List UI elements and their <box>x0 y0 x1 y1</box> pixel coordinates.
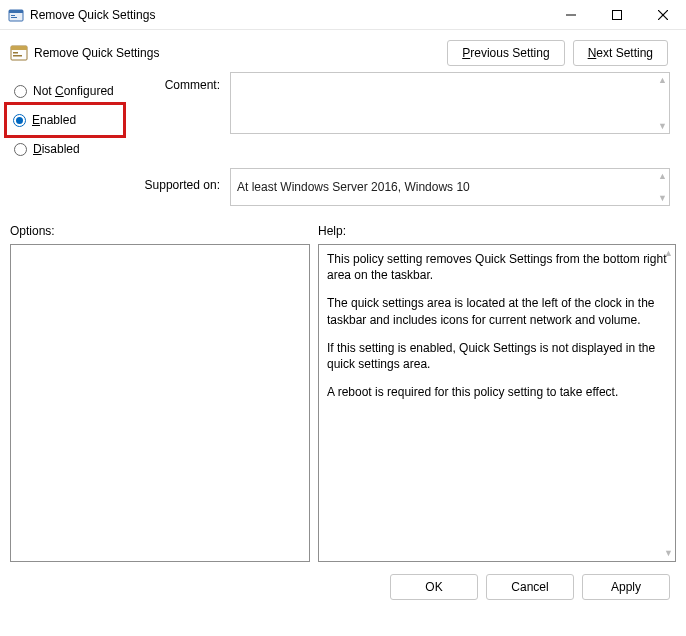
apply-button[interactable]: Apply <box>582 574 670 600</box>
radio-not-configured-input[interactable] <box>14 85 27 98</box>
options-label: Options: <box>10 224 310 238</box>
svg-rect-5 <box>613 10 622 19</box>
next-setting-button[interactable]: Next Setting <box>573 40 668 66</box>
previous-setting-button[interactable]: Previous Setting <box>447 40 564 66</box>
scroll-down-icon[interactable]: ▼ <box>658 121 667 131</box>
svg-rect-9 <box>11 46 27 50</box>
supported-on-value: At least Windows Server 2016, Windows 10 <box>237 180 470 194</box>
scroll-up-icon[interactable]: ▲ <box>658 75 667 85</box>
radio-disabled-input[interactable] <box>14 143 27 156</box>
help-text-3: If this setting is enabled, Quick Settin… <box>327 340 667 372</box>
svg-rect-2 <box>11 15 15 16</box>
policy-header: Remove Quick Settings Previous Setting N… <box>0 30 686 72</box>
supported-on-label: Supported on: <box>130 168 220 192</box>
help-label: Help: <box>318 224 676 238</box>
help-scrollbar[interactable]: ▲ ▼ <box>661 247 673 559</box>
radio-not-configured[interactable]: Not Configured <box>10 78 120 104</box>
scroll-up-icon[interactable]: ▲ <box>658 171 667 181</box>
help-pane: This policy setting removes Quick Settin… <box>318 244 676 562</box>
maximize-button[interactable] <box>594 0 640 30</box>
comment-field[interactable]: ▲ ▼ <box>230 72 670 134</box>
dialog-footer: OK Cancel Apply <box>0 562 686 600</box>
enabled-highlight: Enabled <box>4 102 126 138</box>
scroll-down-icon[interactable]: ▼ <box>664 547 673 559</box>
cancel-button[interactable]: Cancel <box>486 574 574 600</box>
scroll-down-icon[interactable]: ▼ <box>658 193 667 203</box>
minimize-button[interactable] <box>548 0 594 30</box>
svg-rect-1 <box>9 10 23 13</box>
options-pane <box>10 244 310 562</box>
radio-enabled-input[interactable] <box>13 114 26 127</box>
titlebar: Remove Quick Settings <box>0 0 686 30</box>
scroll-up-icon[interactable]: ▲ <box>664 247 673 259</box>
help-text-1: This policy setting removes Quick Settin… <box>327 251 667 283</box>
comment-label: Comment: <box>130 72 220 92</box>
window-title: Remove Quick Settings <box>30 8 548 22</box>
help-text-2: The quick settings area is located at th… <box>327 295 667 327</box>
svg-rect-11 <box>13 55 22 57</box>
state-radio-group: Not Configured Enabled Disabled <box>10 72 120 162</box>
ok-button[interactable]: OK <box>390 574 478 600</box>
window-controls <box>548 0 686 30</box>
help-text-4: A reboot is required for this policy set… <box>327 384 667 400</box>
supported-on-field: At least Windows Server 2016, Windows 10… <box>230 168 670 206</box>
svg-rect-3 <box>11 17 17 18</box>
svg-rect-10 <box>13 52 18 54</box>
policy-title: Remove Quick Settings <box>34 46 159 60</box>
radio-enabled[interactable]: Enabled <box>9 109 119 131</box>
policy-icon <box>10 44 28 62</box>
close-button[interactable] <box>640 0 686 30</box>
policy-app-icon <box>8 7 24 23</box>
radio-disabled[interactable]: Disabled <box>10 136 120 162</box>
